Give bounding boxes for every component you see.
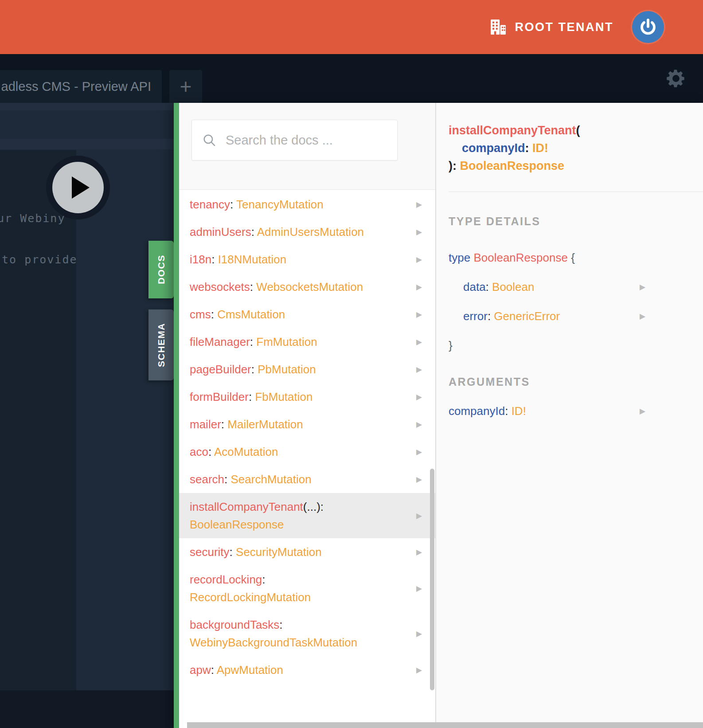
type-field-colon: : xyxy=(488,309,494,323)
docs-field-aco[interactable]: aco: AcoMutation▶ xyxy=(179,438,435,466)
type-field-colon: : xyxy=(486,280,492,294)
power-icon xyxy=(638,17,658,37)
field-colon: : xyxy=(211,308,214,321)
schema-tab[interactable]: SCHEMA xyxy=(148,309,174,380)
docs-field-apw[interactable]: apw: ApwMutation▶ xyxy=(179,656,435,684)
field-name: tenancy xyxy=(190,198,230,211)
new-tab-button[interactable]: + xyxy=(169,70,202,103)
signature-return-type: BooleanResponse xyxy=(460,159,564,172)
docs-field-mailer[interactable]: mailer: MailerMutation▶ xyxy=(179,411,435,438)
expand-arrow-icon: ▶ xyxy=(416,201,422,208)
docs-field-installCompanyTenant[interactable]: installCompanyTenant(...): BooleanRespon… xyxy=(179,493,435,538)
signature-open-paren: ( xyxy=(576,124,580,137)
docs-field-adminUsers[interactable]: adminUsers: AdminUsersMutation▶ xyxy=(179,218,435,246)
expand-arrow-icon: ▶ xyxy=(416,630,422,638)
type-field-data[interactable]: data: Boolean▶ xyxy=(449,280,703,294)
signature-arg-type: ID! xyxy=(532,141,548,155)
expand-arrow-icon: ▶ xyxy=(416,666,422,674)
argument-colon: : xyxy=(505,404,511,418)
docs-explorer-panel: tenancy: TenancyMutation▶adminUsers: Adm… xyxy=(174,103,703,728)
field-colon: : xyxy=(230,545,233,559)
type-field-list: data: Boolean▶error: GenericError▶ xyxy=(449,280,703,323)
expand-arrow-icon: ▶ xyxy=(416,283,422,291)
field-type: AdminUsersMutation xyxy=(257,225,364,239)
building-icon xyxy=(489,18,507,36)
docs-field-backgroundTasks[interactable]: backgroundTasks: WebinyBackgroundTaskMut… xyxy=(179,611,435,656)
plus-icon: + xyxy=(180,74,192,98)
main-area: ur Webiny to provide DOCS SCHEMA xyxy=(0,103,703,728)
field-name: websockets xyxy=(190,280,250,294)
open-brace: { xyxy=(571,251,575,264)
type-field-name: data xyxy=(463,280,486,294)
type-name[interactable]: BooleanResponse xyxy=(473,251,568,264)
signature-field-name: installCompanyTenant xyxy=(449,124,576,137)
field-colon: : xyxy=(250,335,253,348)
search-icon xyxy=(202,133,217,148)
signature-line-open: installCompanyTenant( xyxy=(449,121,691,139)
settings-button[interactable] xyxy=(665,67,687,90)
docs-field-i18n[interactable]: i18n: I18NMutation▶ xyxy=(179,246,435,273)
horizontal-scrollbar[interactable] xyxy=(187,722,703,728)
signature-colon: : xyxy=(525,141,529,155)
play-button-face xyxy=(52,162,104,213)
editor-toolbar-band xyxy=(0,103,174,110)
docs-field-fileManager[interactable]: fileManager: FmMutation▶ xyxy=(179,328,435,356)
docs-field-pageBuilder[interactable]: pageBuilder: PbMutation▶ xyxy=(179,356,435,383)
editor-bottom-bar xyxy=(0,690,174,728)
editor-highlight-band xyxy=(0,139,174,149)
docs-list-scrollbar[interactable] xyxy=(430,469,434,690)
editor-comment-line: ur Webiny xyxy=(0,212,65,225)
search-box xyxy=(191,120,398,160)
tab-headless-cms-preview-api[interactable]: adless CMS - Preview API xyxy=(0,70,162,103)
query-editor-pane[interactable]: ur Webiny to provide xyxy=(0,103,174,728)
type-field-type: GenericError xyxy=(494,309,560,323)
argument-companyId[interactable]: companyId: ID!▶ xyxy=(449,404,703,418)
field-type: BooleanResponse xyxy=(190,516,397,533)
editor-text-area xyxy=(0,150,76,690)
expand-arrow-icon: ▶ xyxy=(416,585,422,592)
field-colon: : xyxy=(320,500,324,513)
expand-arrow-icon: ▶ xyxy=(416,448,422,456)
field-args: (...) xyxy=(303,500,320,513)
expand-arrow-icon: ▶ xyxy=(416,311,422,318)
field-type: RecordLockingMutation xyxy=(190,588,397,606)
field-type: PbMutation xyxy=(258,363,316,376)
field-colon: : xyxy=(249,390,252,403)
docs-field-formBuilder[interactable]: formBuilder: FbMutation▶ xyxy=(179,383,435,411)
signature-close-paren: ): xyxy=(449,159,460,172)
docs-field-cms[interactable]: cms: CmsMutation▶ xyxy=(179,301,435,328)
argument-name: companyId xyxy=(449,404,505,418)
field-colon: : xyxy=(250,280,253,294)
expand-arrow-icon: ▶ xyxy=(416,393,422,401)
search-input[interactable] xyxy=(226,133,387,148)
field-type: FbMutation xyxy=(255,390,312,403)
field-colon: : xyxy=(224,473,227,486)
field-colon: : xyxy=(251,225,254,239)
execute-query-button[interactable] xyxy=(46,156,110,219)
docs-field-tenancy[interactable]: tenancy: TenancyMutation▶ xyxy=(179,191,435,218)
docs-tab[interactable]: DOCS xyxy=(148,241,174,298)
play-icon xyxy=(72,176,90,199)
docs-field-security[interactable]: security: SecurityMutation▶ xyxy=(179,538,435,566)
field-type: SearchMutation xyxy=(231,473,312,486)
field-name: adminUsers xyxy=(190,225,251,239)
tenant-selector[interactable]: ROOT TENANT xyxy=(489,18,614,36)
argument-type: ID! xyxy=(512,404,526,418)
field-name: formBuilder xyxy=(190,390,249,403)
docs-field-recordLocking[interactable]: recordLocking: RecordLockingMutation▶ xyxy=(179,566,435,611)
field-type: WebsocketsMutation xyxy=(256,280,363,294)
field-colon: : xyxy=(211,663,214,677)
docs-field-websockets[interactable]: websockets: WebsocketsMutation▶ xyxy=(179,273,435,301)
schema-tab-label: SCHEMA xyxy=(156,323,167,367)
expand-arrow-icon: ▶ xyxy=(416,366,422,373)
docs-field-search[interactable]: search: SearchMutation▶ xyxy=(179,466,435,493)
field-detail-panel: installCompanyTenant( companyId: ID! ): … xyxy=(435,103,703,728)
field-name: pageBuilder xyxy=(190,363,251,376)
type-field-error[interactable]: error: GenericError▶ xyxy=(449,309,703,323)
logout-button[interactable] xyxy=(632,11,664,43)
close-brace: } xyxy=(449,339,703,352)
field-type: AcoMutation xyxy=(214,445,278,458)
graphql-playground-screen: ROOT TENANT adless CMS - Preview API + xyxy=(0,0,703,728)
mutation-field-list: tenancy: TenancyMutation▶adminUsers: Adm… xyxy=(179,190,435,684)
docs-tab-label: DOCS xyxy=(156,255,167,285)
